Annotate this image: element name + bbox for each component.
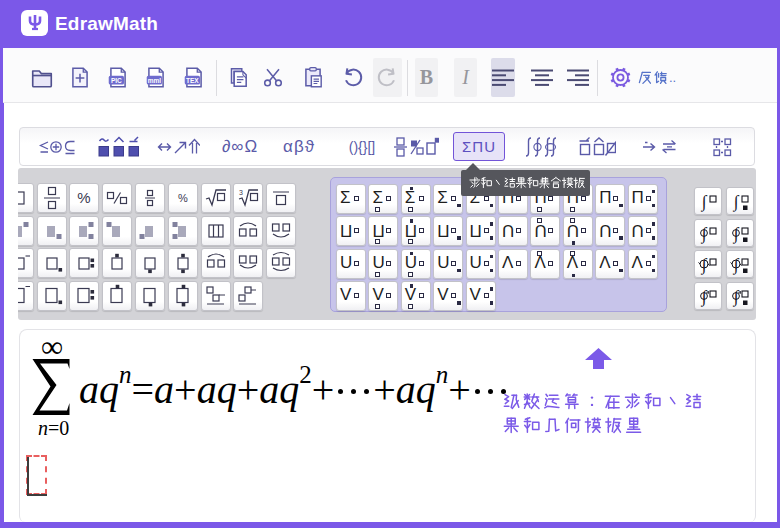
svg-text:3: 3: [239, 189, 243, 196]
svg-text:∫: ∫: [701, 255, 708, 275]
svg-text:PIC: PIC: [111, 77, 122, 84]
svg-text:∫: ∫: [733, 287, 740, 307]
svg-text:%: %: [78, 189, 91, 206]
svg-text:..: ..: [669, 70, 676, 85]
svg-text:TEX: TEX: [186, 77, 199, 84]
svg-text:mml: mml: [148, 77, 162, 84]
svg-text:∫: ∫: [701, 192, 708, 212]
svg-text:∫: ∫: [701, 287, 708, 307]
svg-text:%: %: [178, 192, 188, 204]
svg-text:∫: ∫: [733, 192, 740, 212]
svg-text:∫: ∫: [733, 224, 740, 244]
svg-text:∫: ∫: [701, 224, 708, 244]
svg-text:∫: ∫: [733, 255, 740, 275]
